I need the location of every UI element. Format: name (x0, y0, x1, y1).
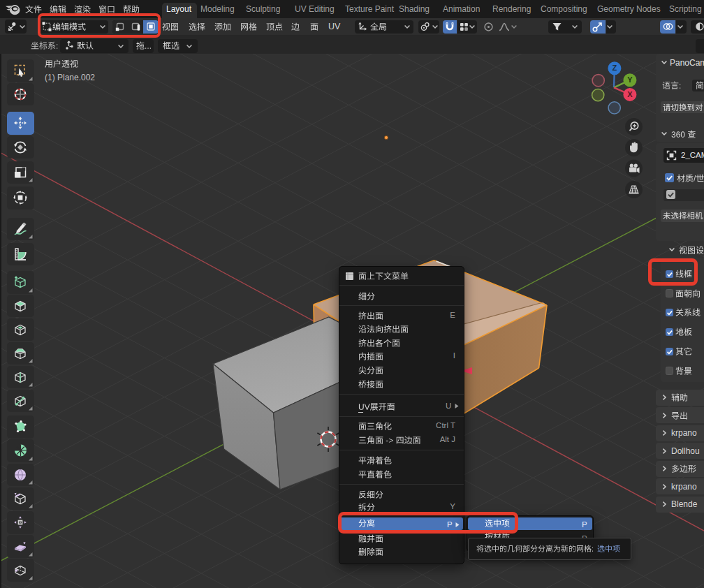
svg-text:Y: Y (627, 75, 633, 84)
svg-text:Z: Z (613, 64, 617, 72)
svg-text:X: X (627, 90, 633, 98)
